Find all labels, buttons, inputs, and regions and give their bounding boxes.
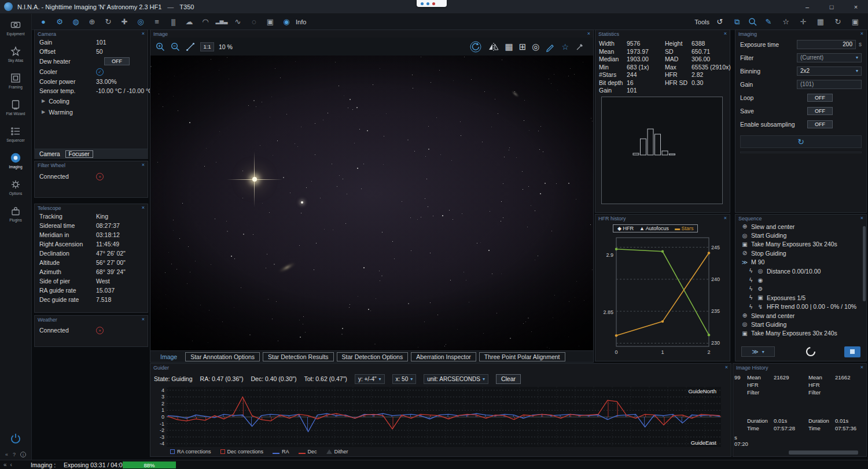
measure-icon[interactable] bbox=[185, 42, 196, 52]
filter-wheel-status-icon[interactable]: ◍ bbox=[69, 18, 83, 25]
floating-mini-window[interactable] bbox=[417, 0, 447, 7]
zoom-out-icon[interactable] bbox=[170, 42, 181, 52]
tab-focuser[interactable]: Focuser bbox=[65, 150, 93, 158]
close-icon[interactable]: × bbox=[587, 31, 590, 36]
switch-status-icon[interactable]: ≡ bbox=[150, 18, 164, 25]
sequence-item[interactable]: ◎Start Guiding bbox=[735, 231, 866, 239]
minimize-button[interactable]: – bbox=[795, 0, 819, 14]
image-history-scrollbar[interactable] bbox=[734, 450, 865, 455]
unit-dropdown[interactable]: unit: ARCSECONDS▾ bbox=[424, 374, 488, 384]
wave-status-icon[interactable]: ∿ bbox=[231, 18, 245, 25]
grid-icon[interactable]: ▦ bbox=[505, 42, 513, 52]
cooler-status-icon[interactable]: ⚙ bbox=[53, 18, 67, 25]
close-icon[interactable]: × bbox=[860, 31, 863, 36]
layers-icon[interactable]: ⧉ bbox=[730, 18, 744, 25]
close-icon[interactable]: × bbox=[142, 205, 145, 211]
binning-dropdown[interactable]: 2x2▾ bbox=[797, 67, 862, 76]
reset-icon[interactable]: ↺ bbox=[713, 18, 727, 25]
zoom-in-icon[interactable] bbox=[155, 42, 165, 52]
light-status-icon[interactable]: ◌ bbox=[247, 18, 261, 25]
tab-star-detection-options[interactable]: Star Detection Options bbox=[337, 352, 409, 361]
sequence-trigger-item[interactable]: ϟ◎Distance 0.00/10.00 bbox=[735, 267, 866, 275]
weather-status-icon[interactable]: ☁ bbox=[182, 18, 196, 25]
sidebar-item-sky-atlas[interactable]: Sky Atlas bbox=[0, 41, 32, 67]
power-icon[interactable] bbox=[9, 432, 23, 446]
close-icon[interactable]: × bbox=[860, 216, 863, 221]
sequence-item[interactable]: ▣Take Many Exposures 30x 240s bbox=[735, 240, 866, 249]
sequence-trigger-item[interactable]: ϟ▣Exposures 1/5 bbox=[735, 293, 866, 302]
snapshot-icon[interactable]: ▣ bbox=[848, 18, 862, 25]
loop-toggle[interactable]: OFF bbox=[807, 94, 833, 102]
tab-three-point-polar-alignment[interactable]: Three Point Polar Alignment bbox=[479, 352, 565, 361]
camera-status-icon[interactable]: ● bbox=[36, 18, 50, 25]
focuser-status-icon[interactable]: ⊕ bbox=[85, 18, 99, 25]
eyedropper-icon[interactable] bbox=[575, 42, 585, 52]
gain-input[interactable]: (101) bbox=[797, 80, 862, 89]
tab-image[interactable]: Image bbox=[155, 352, 182, 361]
sidebar-item-equipment[interactable]: Equipment bbox=[0, 14, 32, 40]
sequence-target-item[interactable]: ≫M 90 bbox=[735, 258, 866, 267]
warming-expander[interactable]: ▶Warming bbox=[35, 106, 148, 117]
cooler-on-check-icon[interactable]: ✓ bbox=[96, 68, 104, 76]
sidebar-item-framing[interactable]: Framing bbox=[0, 68, 32, 94]
tab-camera[interactable]: Camera bbox=[36, 151, 63, 157]
grid-icon[interactable]: ▦ bbox=[814, 18, 827, 25]
histogram-status-icon[interactable]: ▂▅▃ bbox=[215, 19, 229, 24]
close-icon[interactable]: × bbox=[142, 163, 145, 168]
exposure-time-input[interactable]: 200 bbox=[797, 40, 856, 49]
safety-monitor-status-icon[interactable]: ▣ bbox=[263, 18, 277, 25]
info-label[interactable]: Info bbox=[296, 19, 306, 25]
annotate-pen-icon[interactable]: ✎ bbox=[762, 18, 775, 25]
collapse-left-icon[interactable]: « bbox=[3, 461, 7, 468]
sequence-trigger-item[interactable]: ϟ⚙ bbox=[735, 285, 866, 293]
sequence-trigger-item[interactable]: ϟ◉ bbox=[735, 275, 866, 284]
save-toggle[interactable]: OFF bbox=[807, 107, 833, 115]
scrollbar-thumb[interactable] bbox=[789, 450, 858, 455]
sequence-item[interactable]: ⊕Slew and center bbox=[735, 222, 866, 231]
sequence-item[interactable]: ⊕Slew and center bbox=[735, 311, 866, 320]
annotate-pen-icon[interactable] bbox=[545, 42, 556, 52]
scrollbar-thumb[interactable] bbox=[863, 226, 866, 301]
image-history-entry-partial[interactable]: 99 s 07:20 bbox=[733, 372, 745, 449]
history-icon[interactable]: ↻ bbox=[831, 18, 845, 25]
sidebar-item-flat-wizard[interactable]: Flat Wizard bbox=[0, 94, 32, 120]
subsampling-toggle[interactable]: OFF bbox=[807, 120, 833, 128]
flip-horizontal-icon[interactable] bbox=[488, 42, 499, 52]
flat-panel-status-icon[interactable]: ||| bbox=[166, 18, 180, 25]
sidebar-item-sequencer[interactable]: Sequencer bbox=[0, 121, 32, 147]
telescope-status-icon[interactable]: ✚ bbox=[117, 18, 131, 25]
cooling-expander[interactable]: ▶Cooling bbox=[35, 95, 148, 106]
sidebar-item-imaging[interactable]: Imaging bbox=[0, 147, 32, 173]
image-history-entry[interactable]: Mean21662 HFR Filter Duration0.01s Time0… bbox=[806, 372, 867, 449]
center-target-icon[interactable]: ◎ bbox=[532, 42, 539, 52]
x-scale-dropdown[interactable]: x: 50▾ bbox=[392, 374, 417, 384]
close-icon[interactable]: × bbox=[142, 31, 145, 36]
sequence-item[interactable]: ⊘Stop Guiding bbox=[735, 249, 866, 257]
stop-sequence-button[interactable] bbox=[844, 346, 860, 357]
close-icon[interactable]: × bbox=[725, 365, 728, 370]
sequence-scrollbar[interactable] bbox=[863, 224, 866, 328]
start-capture-button[interactable]: ↻ bbox=[740, 135, 862, 148]
tab-star-detection-results[interactable]: Star Detection Results bbox=[263, 352, 333, 361]
sequence-trigger-item[interactable]: ϟ↯HFR trend 0.00 | 0.00 - 0% / 10% bbox=[735, 302, 866, 311]
skip-to-end-button[interactable]: ≫▾ bbox=[741, 346, 775, 357]
sequence-item[interactable]: ▣Take Many Exposures 30x 240s bbox=[735, 329, 866, 338]
y-scale-dropdown[interactable]: y: +/-4"▾ bbox=[355, 374, 385, 384]
tab-star-annotation-options[interactable]: Star Annotation Options bbox=[185, 352, 260, 361]
close-icon[interactable]: × bbox=[724, 216, 727, 221]
collapse-left2-icon[interactable]: ‹ bbox=[10, 461, 12, 468]
close-icon[interactable]: × bbox=[860, 365, 863, 370]
guider-status-icon[interactable]: ◎ bbox=[134, 18, 148, 25]
sidebar-item-plugins[interactable]: Plugins bbox=[0, 201, 32, 227]
collapse-icon[interactable]: « bbox=[5, 452, 8, 457]
maximize-button[interactable]: □ bbox=[819, 0, 844, 14]
dew-heater-toggle[interactable]: OFF bbox=[104, 57, 130, 65]
close-button[interactable]: × bbox=[844, 0, 868, 14]
image-viewport[interactable] bbox=[150, 56, 593, 350]
star-annotation-icon[interactable]: ☆ bbox=[561, 42, 569, 51]
filter-dropdown[interactable]: (Current)▾ bbox=[797, 53, 862, 62]
dome-status-icon[interactable]: ◠ bbox=[198, 18, 212, 25]
close-icon[interactable]: × bbox=[724, 31, 727, 36]
help-icon[interactable]: ? bbox=[13, 452, 16, 457]
info-icon[interactable]: ◉ bbox=[279, 18, 293, 25]
